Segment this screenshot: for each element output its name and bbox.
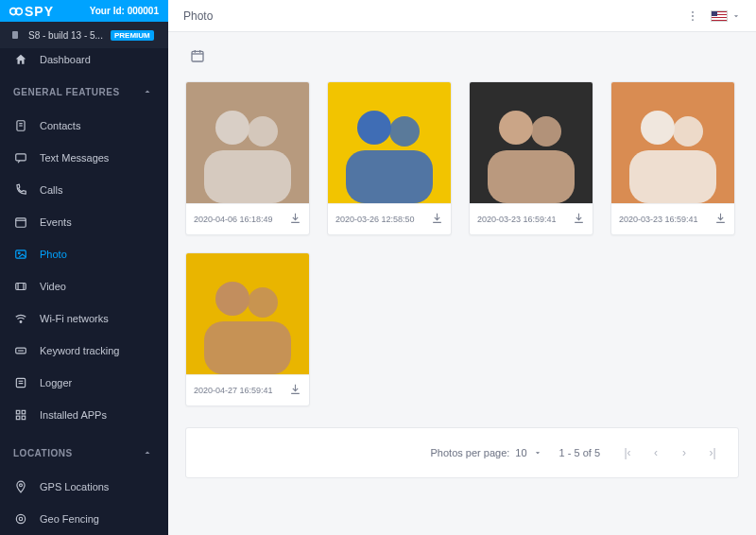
photo-thumbnail [186, 253, 309, 374]
svg-rect-37 [204, 150, 291, 203]
section-header[interactable]: LOCATIONS [0, 435, 168, 471]
nav-item-video[interactable]: Video [0, 270, 168, 302]
contacts-icon [13, 119, 28, 132]
prev-page-button[interactable]: ‹ [645, 442, 666, 463]
download-button[interactable] [289, 212, 301, 227]
nav-item-text-messages[interactable]: Text Messages [0, 142, 168, 174]
apps-icon [13, 408, 28, 422]
device-selector[interactable]: S8 - build 13 - 5... PREMIUM [0, 22, 168, 48]
section-title: GENERAL FEATURES [13, 87, 120, 97]
svg-rect-49 [629, 150, 716, 203]
first-page-button[interactable]: |‹ [617, 442, 638, 463]
nav-item-geo-fencing[interactable]: Geo Fencing [0, 503, 168, 535]
svg-point-47 [641, 111, 675, 145]
photo-timestamp: 2020-03-23 16:59:41 [477, 215, 567, 224]
topbar: Photo [168, 0, 756, 32]
download-button[interactable] [431, 212, 443, 227]
nav-item-events[interactable]: Events [0, 206, 168, 238]
download-icon [573, 212, 585, 224]
pagination-bar: Photos per page: 10 1 - 5 of 5 |‹ ‹ › ›| [185, 427, 739, 478]
nav-item-photo[interactable]: Photo [0, 238, 168, 270]
photo-card[interactable]: 2020-03-26 12:58:50 [327, 81, 452, 235]
svg-rect-23 [22, 416, 26, 420]
last-page-button[interactable]: ›| [702, 442, 723, 463]
nav-label: Photo [40, 249, 67, 260]
svg-point-28 [692, 15, 694, 17]
nav-label: Calls [40, 184, 62, 196]
pin-icon [13, 480, 28, 493]
next-page-button[interactable]: › [674, 442, 695, 463]
main-area: Photo 2020-04-06 16:18:49 [168, 0, 756, 535]
svg-rect-2 [12, 31, 18, 39]
nav-item-gps-locations[interactable]: GPS Locations [0, 471, 168, 503]
nav-item-calls[interactable]: Calls [0, 174, 168, 206]
nav-label: GPS Locations [40, 481, 109, 492]
download-button[interactable] [573, 212, 585, 227]
nav-label: Text Messages [40, 152, 109, 164]
photo-thumbnail [470, 82, 593, 203]
photo-card-footer: 2020-03-26 12:58:50 [328, 203, 451, 234]
chevron-up-icon [140, 86, 155, 97]
us-flag-icon [711, 10, 728, 22]
page-nav: |‹ ‹ › ›| [617, 442, 723, 463]
page-range: 1 - 5 of 5 [559, 447, 600, 458]
photo-card[interactable]: 2020-03-23 16:59:41 [469, 81, 593, 235]
device-label: S8 - build 13 - 5... [28, 30, 103, 41]
account-id: Your Id: 000001 [90, 6, 159, 16]
nav-label: Keyword tracking [40, 345, 119, 356]
svg-point-14 [20, 321, 22, 323]
android-icon [9, 29, 21, 41]
svg-rect-53 [204, 321, 291, 374]
svg-point-26 [19, 517, 23, 521]
premium-badge: PREMIUM [111, 30, 154, 41]
svg-point-27 [692, 10, 694, 12]
nav-item-wi-fi-networks[interactable]: Wi-Fi networks [0, 302, 168, 335]
photo-card[interactable]: 2020-03-23 16:59:41 [610, 81, 735, 235]
per-page-control[interactable]: Photos per page: 10 [431, 447, 542, 458]
download-icon [289, 212, 301, 224]
language-selector[interactable] [711, 10, 741, 22]
download-icon [714, 212, 727, 224]
nav-dashboard[interactable]: Dashboard [0, 48, 168, 70]
keyboard-icon [13, 344, 28, 357]
svg-rect-45 [488, 150, 575, 203]
brand-logo: SPY [9, 4, 54, 19]
download-button[interactable] [714, 212, 727, 227]
brand-name: SPY [25, 4, 54, 19]
photo-card[interactable]: 2020-04-06 16:18:49 [185, 81, 310, 235]
svg-point-10 [18, 252, 20, 254]
nav-label: Dashboard [40, 54, 91, 65]
nav-label: Events [40, 216, 72, 228]
download-button[interactable] [289, 383, 301, 398]
photo-card-footer: 2020-03-23 16:59:41 [470, 203, 593, 234]
photo-card-footer: 2020-04-27 16:59:41 [186, 374, 309, 406]
section-header[interactable]: GENERAL FEATURES [0, 74, 168, 110]
nav-label: Installed APPs [40, 409, 107, 421]
photo-timestamp: 2020-04-27 16:59:41 [194, 386, 284, 395]
svg-point-51 [215, 282, 249, 316]
section-title: LOCATIONS [13, 448, 73, 458]
nav-item-keyword-tracking[interactable]: Keyword tracking [0, 335, 168, 367]
svg-rect-9 [16, 250, 26, 258]
svg-point-35 [215, 111, 249, 145]
chevron-down-icon [533, 448, 542, 457]
content: 2020-04-06 16:18:49 2020-03-26 12:58:50 … [168, 32, 756, 535]
nav-item-contacts[interactable]: Contacts [0, 110, 168, 142]
svg-point-36 [248, 116, 278, 147]
nav-item-installed-apps[interactable]: Installed APPs [0, 399, 168, 431]
nav-item-logger[interactable]: Logger [0, 367, 168, 399]
svg-point-40 [389, 116, 420, 147]
photo-timestamp: 2020-04-06 16:18:49 [194, 215, 284, 224]
photo-card-footer: 2020-03-23 16:59:41 [611, 203, 734, 234]
per-page-value: 10 [515, 447, 526, 458]
video-icon [13, 280, 28, 293]
svg-point-24 [20, 484, 23, 487]
svg-rect-7 [16, 218, 26, 227]
kebab-icon[interactable] [686, 9, 699, 23]
photo-timestamp: 2020-03-23 16:59:41 [619, 215, 709, 224]
phone-icon [13, 183, 28, 197]
photo-card[interactable]: 2020-04-27 16:59:41 [185, 252, 310, 406]
svg-point-43 [499, 111, 533, 145]
photo-thumbnail [611, 82, 734, 203]
date-filter-button[interactable] [185, 43, 210, 68]
